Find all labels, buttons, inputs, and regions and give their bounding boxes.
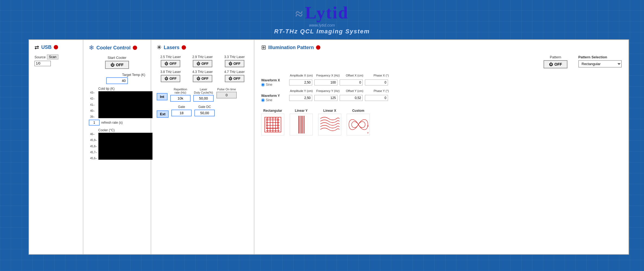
laser-item-3: 3.3 THz Laser ⏻ OFF [220,55,248,67]
refresh-label: refresh rate (s) [101,121,123,125]
cooler-title: Cooler Control [96,45,131,51]
illumination-title: Illumination Pattern [268,45,314,50]
header-url: www.lytid.com [0,23,644,27]
laser-1-button[interactable]: ⏻ OFF [161,60,180,67]
thumb-linear-x-label: Linear X [323,109,336,113]
main-panel: ⇄ USB Source Scan 1/0 ❄ Cooler Control S… [29,39,629,255]
linear-y-svg [291,114,312,135]
duty-cycle-label: LaserDuty Cycle(%) [193,88,214,94]
int-button[interactable]: Int [157,93,168,100]
offset-y-header: Offset Y (cm) [342,89,367,93]
offset-y-input[interactable] [340,95,363,101]
laser-4-power-icon: ⏻ [165,76,168,81]
pattern-power-icon: ⏻ [549,62,553,66]
pattern-off-button[interactable]: ⏻ OFF [544,60,567,68]
phase-x-input[interactable] [365,79,388,85]
gate-label: Gate [171,105,192,109]
lasers-section: ✳ Lasers 2.5 THz Laser ⏻ OFF 2.9 THz Las… [151,40,254,254]
pattern-off-label: OFF [554,62,562,66]
amplitude-x-input[interactable] [289,79,312,85]
cooler-c-chart [98,133,153,160]
pulse-on-input[interactable] [216,92,237,98]
laser-icon: ✳ [157,44,162,51]
laser-2-button[interactable]: ⏻ OFF [193,60,212,67]
amplitude-x-header: Amplitude X (cm) [289,74,314,77]
waveform-x-sine-radio[interactable] [261,83,265,87]
laser-1-label: 2.5 THz Laser [160,55,181,59]
gate-dc-input[interactable] [194,110,215,116]
cold-tip-label: Cold tip (K) [98,87,145,91]
gate-dc-label: Gate DC [194,105,215,109]
frequency-x-input[interactable] [314,79,337,85]
laser-3-label: 3.3 THz Laser [224,55,245,59]
start-cooler-label: Start Cooler [89,56,145,60]
scan-button[interactable]: Scan [47,55,58,59]
illumination-status-dot [316,45,320,50]
header: ≈Lytid www.lytid.com RT-THz QCL Imaging … [0,0,644,36]
laser-5-label: 4.3 THz Laser [192,70,213,74]
refresh-input[interactable] [89,120,100,126]
thumb-rectangular-img[interactable] [261,114,284,135]
custom-svg [348,114,369,135]
laser-6-button[interactable]: ⏻ OFF [225,75,244,82]
repetition-rate-input[interactable] [170,95,191,102]
cooler-status-dot [133,46,137,50]
start-cooler-off-label: OFF [116,63,124,67]
laser-item-1: 2.5 THz Laser ⏻ OFF [157,55,185,67]
laser-item-5: 4.3 THz Laser ⏻ OFF [189,70,217,82]
waveform-y-group: Waveform Y Sine [261,94,287,102]
start-cooler-button[interactable]: ⏻ OFF [105,61,129,69]
lasers-title: Lasers [164,45,179,50]
int-ext-row: Int Repetitionrate (Hz) LaserDuty Cycle(… [157,88,248,102]
lasers-header: ✳ Lasers [157,44,248,51]
thumb-linear-x-img[interactable] [318,114,341,135]
target-temp-input[interactable] [106,77,128,84]
waveform-y-sine-radio[interactable] [261,98,265,102]
cooler-header: ❄ Cooler Control [89,44,145,52]
duty-cycle-input[interactable] [193,95,214,102]
cooler-icon: ❄ [89,44,94,52]
laser-4-button[interactable]: ⏻ OFF [161,75,180,82]
pattern-select[interactable]: Rectangular Linear Y Linear X Custom Sin… [578,60,622,68]
laser-2-power-icon: ⏻ [197,62,200,66]
phase-y-input[interactable] [365,95,388,101]
pattern-selection-label: Pattern Selection [578,55,607,59]
thumb-linear-x[interactable]: Linear X [318,109,341,135]
gate-group: Gate [171,105,192,116]
laser-5-power-icon: ⏻ [197,76,200,81]
target-temp-label: Target Temp (K) [89,73,145,77]
thumb-custom-label: Custom [352,109,364,113]
cooler-c-y-labels: 46–45,9–45,8–45,7–45,6– [90,133,97,160]
laser-3-button[interactable]: ⏻ OFF [225,60,244,67]
pulse-on-group: Pulse On time [216,88,237,98]
waveform-x-group: Waveform X Sine [261,78,287,87]
thumb-linear-y[interactable]: Linear Y [290,109,313,135]
rectangular-svg [262,114,284,135]
frequency-x-header: Frequency X (Hz) [316,74,340,77]
refresh-row: refresh rate (s) [89,120,145,126]
frequency-y-input[interactable] [314,95,337,101]
ext-button[interactable]: Ext [157,110,169,118]
thumb-custom-img[interactable]: Y X [347,114,370,135]
cooler-c-label: Cooler (°C) [98,128,145,132]
illumination-icon: ⊞ [261,44,266,51]
usb-section: ⇄ USB Source Scan 1/0 [29,40,83,254]
custom-x-label: X [367,125,369,127]
usb-status-dot [54,45,58,49]
amplitude-y-input[interactable] [289,95,312,101]
pattern-off-area: Pattern ⏻ OFF [544,55,567,68]
custom-y-label: Y [367,132,369,134]
cold-tip-y-labels: 43–42–41–40–39– [90,91,95,118]
header-subtitle: RT-THz QCL Imaging System [0,28,644,35]
thumb-rectangular[interactable]: Rectangular [261,109,284,135]
usb-input[interactable]: 1/0 [34,61,51,66]
laser-2-label: 2.9 THz Laser [192,55,213,59]
offset-x-input[interactable] [340,79,363,85]
laser-5-button[interactable]: ⏻ OFF [193,75,212,82]
thumb-custom[interactable]: Custom Y X [347,109,370,135]
gate-input[interactable] [171,110,192,116]
thumb-linear-y-img[interactable] [290,114,313,135]
usb-header: ⇄ USB [34,44,77,50]
laser-item-2: 2.9 THz Laser ⏻ OFF [189,55,217,67]
power-icon: ⏻ [111,63,114,67]
